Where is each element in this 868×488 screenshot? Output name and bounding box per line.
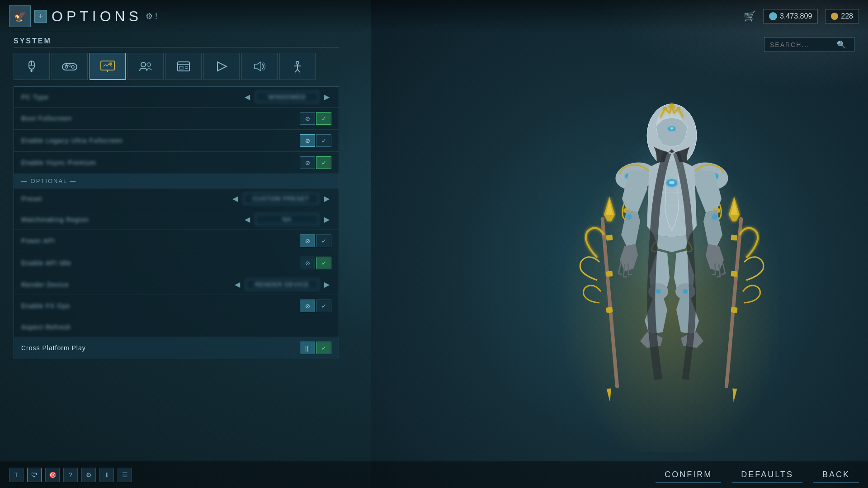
svg-rect-51: [606, 307, 613, 313]
svg-marker-23: [255, 62, 261, 71]
tab-social[interactable]: [127, 53, 164, 80]
setting-label-power-api: Power API: [21, 237, 300, 244]
tab-controller[interactable]: [52, 53, 88, 80]
svg-marker-22: [217, 62, 226, 71]
arrow-right-render[interactable]: ▶: [322, 280, 331, 289]
setting-value-pc-type[interactable]: ◀ WINDOWED ▶: [243, 91, 331, 103]
setting-label-cross-platform: Cross Platform Play: [21, 344, 300, 352]
svg-point-7: [71, 66, 74, 68]
main-content: SYSTEM: [0, 33, 371, 488]
svg-point-15: [141, 62, 146, 67]
arrow-left-preset[interactable]: ◀: [231, 194, 240, 203]
top-bar: 🦅 + OPTIONS ⚙ ! 🛒 3,473,809 228: [0, 0, 868, 33]
tab-accessibility[interactable]: [279, 53, 316, 80]
setting-value-render-device[interactable]: ◀ RENDER DEVICE ▶: [233, 279, 331, 290]
value-matchmaking: NA: [255, 214, 319, 225]
toggle-fx-ops[interactable]: ⊘ ✓: [300, 300, 331, 312]
toggle-off-fx-ops[interactable]: ⊘: [300, 300, 315, 312]
value-preset: CUSTOM PRESET: [243, 193, 319, 204]
bottom-icon-shield[interactable]: 🛡: [27, 468, 42, 482]
svg-line-28: [297, 69, 300, 72]
setting-row-matchmaking: Matchmaking Region ◀ NA ▶: [14, 209, 339, 230]
add-slot-button[interactable]: +: [34, 10, 47, 23]
toggle-on-vsync[interactable]: ✓: [316, 156, 331, 169]
platinum-display: 228: [825, 9, 859, 23]
setting-value-preset[interactable]: ◀ CUSTOM PRESET ▶: [231, 193, 331, 204]
toggle-api-idle[interactable]: ⊘ ✓: [300, 257, 331, 269]
tabs-bar: [14, 53, 339, 80]
section-heading: SYSTEM: [14, 37, 339, 47]
bottom-icon-help[interactable]: ?: [63, 468, 78, 482]
setting-label-aspect-refresh: Aspect Refresh: [21, 324, 331, 331]
arrow-right-preset[interactable]: ▶: [322, 194, 331, 203]
bottom-icon-target[interactable]: 🎯: [45, 468, 60, 482]
svg-point-34: [670, 127, 674, 130]
svg-point-43: [669, 181, 675, 184]
toggle-off-boot-fullscreen[interactable]: ⊘: [300, 112, 315, 125]
platinum-icon: [831, 13, 838, 20]
toggle-off-power-api[interactable]: ⊘: [300, 235, 315, 247]
tab-interface[interactable]: [165, 53, 202, 80]
toggle-cross-platform[interactable]: ||| ✓: [300, 342, 331, 354]
setting-row-boot-fullscreen: Boot Fullscreen ⊘ ✓: [14, 108, 339, 130]
tab-audio[interactable]: [241, 53, 278, 80]
setting-label-pc-type: PC Type: [21, 94, 243, 101]
bottom-icon-menu[interactable]: ☰: [118, 468, 132, 482]
setting-row-preset: Preset ◀ CUSTOM PRESET ▶: [14, 188, 339, 209]
arrow-left-matchmaking[interactable]: ◀: [243, 215, 252, 224]
svg-rect-10: [69, 65, 71, 66]
setting-label-matchmaking: Matchmaking Region: [21, 216, 243, 223]
setting-value-matchmaking[interactable]: ◀ NA ▶: [243, 214, 331, 225]
settings-list: PC Type ◀ WINDOWED ▶ Boot Fullscreen ⊘ ✓…: [14, 86, 339, 359]
setting-row-fx-ops: Enable FX Ops ⊘ ✓: [14, 295, 339, 317]
toggle-on-power-api[interactable]: ✓: [316, 235, 331, 247]
credits-display: 3,473,809: [763, 9, 818, 23]
setting-label-api-idle: Enable API Idle: [21, 259, 300, 267]
toggle-off-legacy[interactable]: ⊘: [300, 134, 315, 147]
setting-row-aspect-refresh: Aspect Refresh: [14, 317, 339, 337]
search-icon[interactable]: 🔍: [837, 40, 846, 49]
toggle-on-fx-ops[interactable]: ✓: [316, 300, 331, 312]
search-input[interactable]: [770, 41, 833, 48]
toggle-legacy-fullscreen[interactable]: ⊘ ✓: [300, 134, 331, 147]
toggle-on-legacy[interactable]: ✓: [316, 134, 331, 147]
bottom-action-buttons: CONFIRM DEFAULTS BACK: [656, 466, 859, 483]
toggle-vsync[interactable]: ⊘ ✓: [300, 156, 331, 169]
defaults-button[interactable]: DEFAULTS: [732, 466, 802, 483]
back-button[interactable]: BACK: [813, 466, 859, 483]
bottom-icon-t[interactable]: T: [9, 468, 24, 482]
setting-label-preset: Preset: [21, 195, 231, 202]
tab-gameplay[interactable]: [203, 53, 240, 80]
page-title: OPTIONS: [52, 8, 142, 25]
search-bar[interactable]: 🔍: [764, 37, 854, 52]
toggle-check-cross-platform[interactable]: ✓: [316, 342, 331, 354]
setting-label-boot-fullscreen: Boot Fullscreen: [21, 115, 300, 122]
arrow-left-pc-type[interactable]: ◀: [243, 93, 252, 101]
arrow-right-matchmaking[interactable]: ▶: [322, 215, 331, 224]
credits-icon: [769, 12, 777, 20]
top-right-area: 🛒 3,473,809 228: [744, 9, 859, 23]
svg-point-58: [656, 289, 660, 294]
bottom-icon-download[interactable]: ⬇: [99, 468, 114, 482]
svg-point-35: [669, 103, 675, 109]
toggle-on-boot-fullscreen[interactable]: ✓: [316, 112, 331, 125]
setting-row-cross-platform: Cross Platform Play ||| ✓: [14, 337, 339, 359]
avatar[interactable]: 🦅: [9, 5, 31, 27]
tab-display[interactable]: [90, 53, 126, 80]
toggle-off-vsync[interactable]: ⊘: [300, 156, 315, 169]
setting-label-fx-ops: Enable FX Ops: [21, 302, 300, 310]
decorative-line: [14, 31, 167, 31]
toggle-boot-fullscreen[interactable]: ⊘ ✓: [300, 112, 331, 125]
toggle-power-api[interactable]: ⊘ ✓: [300, 235, 331, 247]
toggle-on-api-idle[interactable]: ✓: [316, 257, 331, 269]
bottom-icon-gear[interactable]: ⚙: [81, 468, 96, 482]
confirm-button[interactable]: CONFIRM: [656, 466, 721, 483]
toggle-bar-cross-platform[interactable]: |||: [300, 342, 315, 354]
svg-rect-49: [606, 235, 613, 240]
cart-icon[interactable]: 🛒: [744, 10, 756, 22]
arrow-right-pc-type[interactable]: ▶: [322, 93, 331, 101]
arrow-left-render[interactable]: ◀: [233, 280, 242, 289]
svg-point-57: [626, 214, 632, 220]
toggle-off-api-idle[interactable]: ⊘: [300, 257, 315, 269]
tab-mouse[interactable]: [14, 53, 50, 80]
